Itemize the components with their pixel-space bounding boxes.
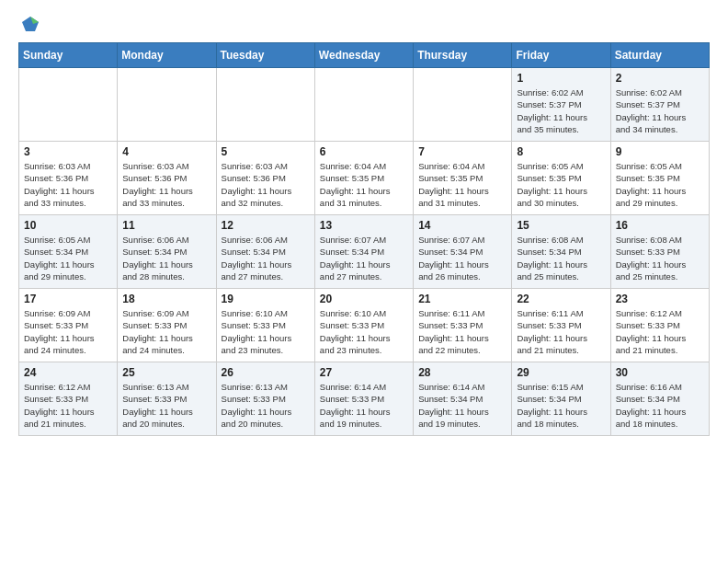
day-number: 25 [122, 366, 210, 379]
day-info: Sunrise: 6:05 AM Sunset: 5:35 PM Dayligh… [517, 160, 605, 209]
day-info: Sunrise: 6:10 AM Sunset: 5:33 PM Dayligh… [320, 307, 408, 356]
calendar-day-cell: 15Sunrise: 6:08 AM Sunset: 5:34 PM Dayli… [512, 215, 610, 289]
day-info: Sunrise: 6:11 AM Sunset: 5:33 PM Dayligh… [418, 307, 506, 356]
day-number: 24 [24, 366, 112, 379]
logo-flag-icon [20, 15, 40, 35]
calendar-day-cell: 8Sunrise: 6:05 AM Sunset: 5:35 PM Daylig… [512, 142, 610, 215]
day-number: 26 [222, 366, 310, 379]
calendar-day-cell: 3Sunrise: 6:03 AM Sunset: 5:36 PM Daylig… [19, 142, 118, 215]
day-number: 1 [517, 72, 605, 85]
day-info: Sunrise: 6:14 AM Sunset: 5:34 PM Dayligh… [418, 381, 506, 430]
day-number: 29 [517, 366, 605, 379]
calendar-day-cell: 6Sunrise: 6:04 AM Sunset: 5:35 PM Daylig… [314, 142, 413, 215]
page: SundayMondayTuesdayWednesdayThursdayFrid… [0, 0, 728, 454]
day-info: Sunrise: 6:12 AM Sunset: 5:33 PM Dayligh… [616, 307, 704, 356]
day-info: Sunrise: 6:06 AM Sunset: 5:34 PM Dayligh… [222, 234, 310, 282]
day-info: Sunrise: 6:11 AM Sunset: 5:33 PM Dayligh… [517, 307, 605, 356]
day-info: Sunrise: 6:05 AM Sunset: 5:34 PM Dayligh… [24, 234, 112, 282]
calendar-week-row: 24Sunrise: 6:12 AM Sunset: 5:33 PM Dayli… [19, 362, 710, 436]
calendar-day-cell [19, 68, 118, 142]
day-number: 22 [517, 293, 605, 305]
day-number: 20 [320, 293, 408, 305]
calendar-day-cell: 29Sunrise: 6:15 AM Sunset: 5:34 PM Dayli… [512, 362, 610, 436]
day-number: 16 [616, 219, 704, 232]
day-number: 23 [616, 293, 704, 305]
calendar-day-header: Tuesday [216, 43, 314, 68]
day-number: 15 [517, 219, 605, 232]
day-number: 3 [24, 145, 112, 158]
calendar-day-cell: 12Sunrise: 6:06 AM Sunset: 5:34 PM Dayli… [216, 215, 314, 289]
day-info: Sunrise: 6:05 AM Sunset: 5:35 PM Dayligh… [616, 160, 704, 209]
day-info: Sunrise: 6:07 AM Sunset: 5:34 PM Dayligh… [418, 234, 506, 282]
calendar-day-header: Monday [118, 43, 216, 68]
day-info: Sunrise: 6:02 AM Sunset: 5:37 PM Dayligh… [616, 86, 704, 135]
day-info: Sunrise: 6:04 AM Sunset: 5:35 PM Dayligh… [320, 160, 408, 209]
day-info: Sunrise: 6:16 AM Sunset: 5:34 PM Dayligh… [616, 381, 704, 430]
calendar-day-cell: 4Sunrise: 6:03 AM Sunset: 5:36 PM Daylig… [118, 142, 216, 215]
day-info: Sunrise: 6:08 AM Sunset: 5:33 PM Dayligh… [616, 234, 704, 282]
day-info: Sunrise: 6:13 AM Sunset: 5:33 PM Dayligh… [222, 381, 310, 430]
calendar-day-cell: 23Sunrise: 6:12 AM Sunset: 5:33 PM Dayli… [610, 289, 709, 362]
day-number: 17 [24, 293, 112, 305]
day-info: Sunrise: 6:09 AM Sunset: 5:33 PM Dayligh… [24, 307, 112, 356]
day-info: Sunrise: 6:04 AM Sunset: 5:35 PM Dayligh… [418, 160, 506, 209]
calendar-day-cell: 20Sunrise: 6:10 AM Sunset: 5:33 PM Dayli… [314, 289, 413, 362]
day-number: 18 [122, 293, 210, 305]
day-number: 8 [517, 145, 605, 158]
calendar-day-cell: 7Sunrise: 6:04 AM Sunset: 5:35 PM Daylig… [414, 142, 512, 215]
calendar-day-cell [414, 68, 512, 142]
day-number: 27 [320, 366, 408, 379]
day-number: 19 [222, 293, 310, 305]
day-info: Sunrise: 6:06 AM Sunset: 5:34 PM Dayligh… [122, 234, 210, 282]
day-number: 12 [222, 219, 310, 232]
calendar-table: SundayMondayTuesdayWednesdayThursdayFrid… [18, 42, 710, 436]
calendar-week-row: 17Sunrise: 6:09 AM Sunset: 5:33 PM Dayli… [19, 289, 710, 362]
calendar-week-row: 10Sunrise: 6:05 AM Sunset: 5:34 PM Dayli… [19, 215, 710, 289]
calendar-day-header: Saturday [610, 43, 709, 68]
day-number: 30 [616, 366, 704, 379]
calendar-day-header: Friday [512, 43, 610, 68]
calendar-week-row: 1Sunrise: 6:02 AM Sunset: 5:37 PM Daylig… [19, 68, 710, 142]
day-number: 9 [616, 145, 704, 158]
calendar-day-cell: 28Sunrise: 6:14 AM Sunset: 5:34 PM Dayli… [414, 362, 512, 436]
calendar-header-row: SundayMondayTuesdayWednesdayThursdayFrid… [19, 43, 710, 68]
day-info: Sunrise: 6:08 AM Sunset: 5:34 PM Dayligh… [517, 234, 605, 282]
day-number: 11 [122, 219, 210, 232]
calendar-day-cell [216, 68, 314, 142]
calendar-day-cell: 21Sunrise: 6:11 AM Sunset: 5:33 PM Dayli… [414, 289, 512, 362]
day-info: Sunrise: 6:15 AM Sunset: 5:34 PM Dayligh… [517, 381, 605, 430]
day-info: Sunrise: 6:03 AM Sunset: 5:36 PM Dayligh… [24, 160, 112, 209]
day-info: Sunrise: 6:09 AM Sunset: 5:33 PM Dayligh… [122, 307, 210, 356]
day-info: Sunrise: 6:13 AM Sunset: 5:33 PM Dayligh… [122, 381, 210, 430]
day-info: Sunrise: 6:02 AM Sunset: 5:37 PM Dayligh… [517, 86, 605, 135]
calendar-day-cell: 10Sunrise: 6:05 AM Sunset: 5:34 PM Dayli… [19, 215, 118, 289]
day-info: Sunrise: 6:12 AM Sunset: 5:33 PM Dayligh… [24, 381, 112, 430]
day-info: Sunrise: 6:10 AM Sunset: 5:33 PM Dayligh… [222, 307, 310, 356]
calendar-day-cell [118, 68, 216, 142]
calendar-day-header: Sunday [19, 43, 118, 68]
header [18, 15, 710, 35]
svg-marker-0 [22, 17, 39, 31]
day-number: 7 [418, 145, 506, 158]
day-info: Sunrise: 6:14 AM Sunset: 5:33 PM Dayligh… [320, 381, 408, 430]
day-info: Sunrise: 6:03 AM Sunset: 5:36 PM Dayligh… [122, 160, 210, 209]
calendar-week-row: 3Sunrise: 6:03 AM Sunset: 5:36 PM Daylig… [19, 142, 710, 215]
calendar-day-cell: 27Sunrise: 6:14 AM Sunset: 5:33 PM Dayli… [314, 362, 413, 436]
calendar-day-cell: 9Sunrise: 6:05 AM Sunset: 5:35 PM Daylig… [610, 142, 709, 215]
calendar-day-cell: 18Sunrise: 6:09 AM Sunset: 5:33 PM Dayli… [118, 289, 216, 362]
calendar-day-cell: 25Sunrise: 6:13 AM Sunset: 5:33 PM Dayli… [118, 362, 216, 436]
day-number: 28 [418, 366, 506, 379]
day-number: 13 [320, 219, 408, 232]
calendar-day-header: Thursday [414, 43, 512, 68]
calendar-day-cell: 11Sunrise: 6:06 AM Sunset: 5:34 PM Dayli… [118, 215, 216, 289]
logo [18, 15, 40, 35]
day-number: 10 [24, 219, 112, 232]
day-number: 4 [122, 145, 210, 158]
day-number: 21 [418, 293, 506, 305]
calendar-day-cell: 16Sunrise: 6:08 AM Sunset: 5:33 PM Dayli… [610, 215, 709, 289]
day-number: 2 [616, 72, 704, 85]
calendar-day-cell: 17Sunrise: 6:09 AM Sunset: 5:33 PM Dayli… [19, 289, 118, 362]
calendar-day-cell: 19Sunrise: 6:10 AM Sunset: 5:33 PM Dayli… [216, 289, 314, 362]
calendar-day-cell: 2Sunrise: 6:02 AM Sunset: 5:37 PM Daylig… [610, 68, 709, 142]
calendar-day-cell [314, 68, 413, 142]
